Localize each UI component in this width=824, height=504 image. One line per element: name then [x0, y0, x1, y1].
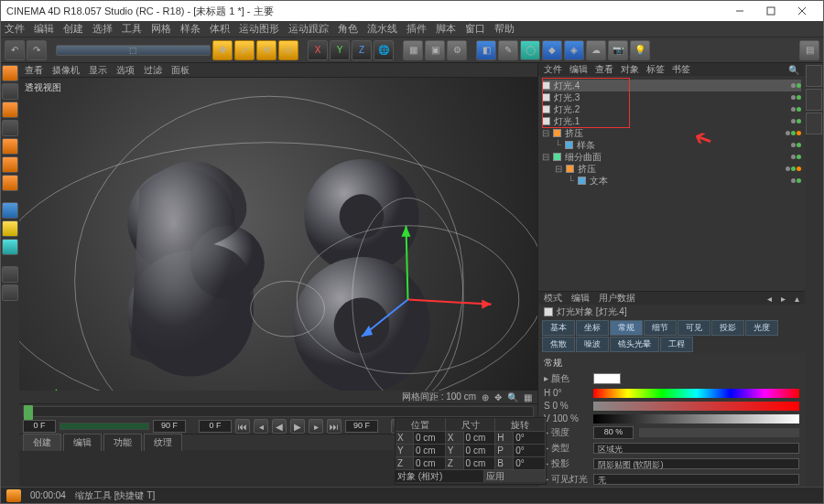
- menu-item[interactable]: 流水线: [367, 22, 397, 36]
- menu-item[interactable]: 编辑: [34, 22, 54, 36]
- texture-mode[interactable]: [2, 83, 18, 100]
- object-row[interactable]: ⊟细分曲面: [542, 151, 801, 163]
- nav-fwd-icon[interactable]: ▸: [781, 294, 786, 304]
- vp-menu-item[interactable]: 查看: [25, 64, 43, 77]
- layout-tab[interactable]: [806, 65, 822, 87]
- spline-pen[interactable]: ✎: [498, 40, 518, 60]
- attr-menu[interactable]: 模式: [544, 292, 562, 305]
- menu-item[interactable]: 选择: [92, 22, 113, 36]
- om-menu[interactable]: 查看: [595, 63, 613, 76]
- scale-tool[interactable]: ⤢: [234, 40, 255, 60]
- coord-field[interactable]: 0 cm: [414, 431, 446, 444]
- attr-tab[interactable]: 基本: [542, 320, 575, 336]
- object-row[interactable]: 灯光.4: [542, 80, 801, 91]
- play-fwd[interactable]: ▶: [290, 419, 305, 434]
- om-menu[interactable]: 书签: [672, 63, 690, 76]
- mat-tab[interactable]: 编辑: [63, 434, 102, 451]
- attr-tab[interactable]: 常规: [610, 320, 643, 336]
- x-axis-toggle[interactable]: X: [308, 40, 328, 60]
- light[interactable]: 💡: [630, 40, 650, 60]
- object-row[interactable]: └文本: [542, 175, 801, 187]
- menu-item[interactable]: 样条: [180, 22, 201, 36]
- model-mode[interactable]: [2, 65, 18, 81]
- start-frame[interactable]: 0 F: [23, 420, 56, 433]
- coord-field[interactable]: 0 cm: [414, 444, 446, 456]
- subdivision[interactable]: ◯: [520, 40, 540, 60]
- attr-tab[interactable]: 焦散: [542, 337, 575, 352]
- next-key[interactable]: ▸: [309, 419, 323, 434]
- nav-up-icon[interactable]: ▴: [795, 294, 799, 304]
- mat-tab[interactable]: 创建: [23, 434, 61, 451]
- render-view[interactable]: ▦: [403, 40, 423, 60]
- attr-tab[interactable]: 坐标: [576, 320, 609, 336]
- primitive-cube[interactable]: ◧: [476, 40, 496, 60]
- object-row[interactable]: 灯光.1: [542, 115, 801, 127]
- coord-mode-select[interactable]: 对象 (相对): [396, 469, 484, 482]
- color-swatch[interactable]: [593, 373, 621, 384]
- time-ruler[interactable]: [23, 406, 534, 417]
- snap-toggle[interactable]: [2, 220, 18, 237]
- axis-mode[interactable]: [2, 120, 18, 136]
- attr-tab[interactable]: 噪波: [576, 337, 609, 352]
- menu-item[interactable]: 运动图形: [239, 22, 279, 36]
- close-button[interactable]: [786, 2, 818, 20]
- vp-menu-item[interactable]: 摄像机: [52, 64, 80, 77]
- mat-tab[interactable]: 功能: [103, 434, 142, 451]
- vp-menu-item[interactable]: 过滤: [144, 64, 162, 77]
- end-frame[interactable]: 90 F: [153, 420, 186, 433]
- move-tool[interactable]: ✥: [212, 40, 233, 60]
- generator[interactable]: ◆: [542, 40, 562, 60]
- coord-field[interactable]: 0°: [514, 456, 546, 469]
- menu-item[interactable]: 网格: [151, 22, 171, 36]
- menu-item[interactable]: 角色: [338, 22, 358, 36]
- menu-item[interactable]: 文件: [5, 22, 25, 36]
- menu-item[interactable]: 脚本: [436, 22, 456, 36]
- time-range[interactable]: [60, 423, 149, 430]
- coord-field[interactable]: 0°: [514, 444, 546, 456]
- undo-button[interactable]: ↶: [5, 40, 25, 60]
- object-row[interactable]: ⊟挤压: [542, 127, 801, 139]
- object-row[interactable]: ⊟挤压: [542, 163, 801, 175]
- vp-nav-icon[interactable]: ▦: [524, 392, 532, 402]
- xray-toggle[interactable]: [2, 284, 18, 301]
- select-tool[interactable]: ⬚: [56, 45, 211, 56]
- attr-tab[interactable]: 可见: [678, 320, 710, 336]
- layout-button[interactable]: ▤: [799, 40, 819, 60]
- render-settings[interactable]: ⚙: [447, 40, 467, 60]
- intensity-slider[interactable]: [639, 428, 799, 437]
- rotate-tool[interactable]: ⟲: [256, 40, 276, 60]
- goto-end[interactable]: ⏭: [327, 419, 342, 434]
- last-tool[interactable]: ◇: [278, 40, 298, 60]
- max-frame[interactable]: 90 F: [345, 420, 378, 433]
- object-tree[interactable]: ➔ 灯光.4 灯光.3 灯光.2 灯光.1 ⊟挤压 └样条 ⊟细分曲面 ⊟挤压 …: [538, 76, 805, 291]
- camera[interactable]: 📷: [608, 40, 628, 60]
- environment[interactable]: ☁: [586, 40, 606, 60]
- point-mode[interactable]: [2, 138, 18, 155]
- redo-button[interactable]: ↷: [27, 40, 47, 60]
- coord-field[interactable]: 0 cm: [464, 431, 496, 444]
- intensity-field[interactable]: 80 %: [593, 426, 634, 439]
- sat-slider[interactable]: [593, 402, 799, 411]
- viewport[interactable]: 透视视图: [19, 78, 537, 391]
- menu-item[interactable]: 运动跟踪: [288, 22, 329, 36]
- menu-item[interactable]: 插件: [407, 22, 427, 36]
- om-menu[interactable]: 文件: [544, 63, 562, 76]
- attr-menu[interactable]: 用户数据: [599, 292, 635, 305]
- poly-mode[interactable]: [2, 175, 18, 191]
- cur-frame[interactable]: 0 F: [199, 420, 232, 433]
- menu-item[interactable]: 创建: [63, 22, 83, 36]
- world-toggle[interactable]: 🌐: [374, 40, 394, 60]
- coord-field[interactable]: 0 cm: [464, 456, 496, 469]
- om-menu[interactable]: 对象: [621, 63, 639, 76]
- edge-mode[interactable]: [2, 156, 18, 173]
- deformer[interactable]: ◈: [564, 40, 584, 60]
- nav-back-icon[interactable]: ◂: [767, 294, 772, 304]
- coord-field[interactable]: 0 cm: [414, 456, 446, 469]
- y-axis-toggle[interactable]: Y: [330, 40, 350, 60]
- max-button[interactable]: [755, 2, 786, 20]
- render-region[interactable]: ▣: [425, 40, 445, 60]
- workplane[interactable]: [2, 239, 18, 255]
- om-menu[interactable]: 标签: [646, 63, 665, 76]
- attr-tab[interactable]: 工程: [660, 337, 693, 352]
- play-back[interactable]: ◀: [272, 419, 287, 434]
